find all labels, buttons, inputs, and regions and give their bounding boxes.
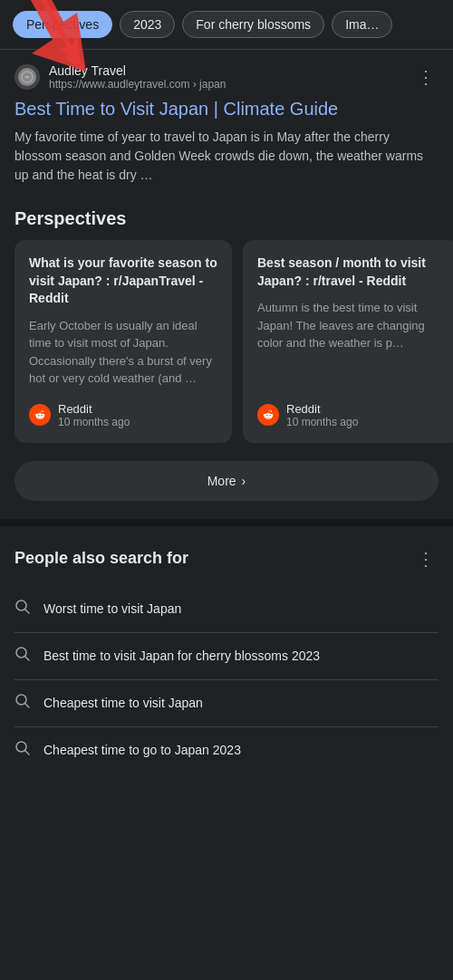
search-item-1[interactable]: Best time to visit Japan for cherry blos…	[14, 633, 439, 680]
more-btn-label: More	[207, 474, 236, 488]
perspectives-section: Perspectives What is your favorite seaso…	[0, 194, 453, 515]
search-item-2[interactable]: Cheapest time to visit Japan	[14, 680, 439, 727]
result-more-icon[interactable]: ⋮	[413, 62, 439, 91]
search-result: Audley Travel https://www.audleytravel.c…	[0, 50, 453, 194]
chip-cherry-blossoms[interactable]: For cherry blossoms	[182, 11, 324, 38]
card-source-name-1: Reddit	[286, 402, 358, 416]
svg-line-9	[25, 703, 30, 707]
svg-line-11	[25, 750, 30, 754]
svg-line-5	[25, 609, 30, 613]
search-icon-0	[14, 599, 31, 620]
source-name: Audley Travel	[49, 63, 226, 78]
source-url: https://www.audleytravel.com › japan	[49, 78, 226, 91]
section-divider	[0, 519, 453, 526]
favicon	[14, 64, 40, 90]
also-search-title: People also search for	[14, 549, 188, 568]
search-item-3[interactable]: Cheapest time to go to Japan 2023	[14, 727, 439, 773]
search-icon-1	[14, 646, 31, 667]
source-info: Audley Travel https://www.audleytravel.c…	[49, 63, 226, 91]
search-item-text-2: Cheapest time to visit Japan	[43, 696, 203, 710]
more-chevron-icon: ›	[242, 474, 246, 488]
chip-images[interactable]: Ima…	[332, 11, 392, 38]
result-title[interactable]: Best Time to Visit Japan | Climate Guide	[14, 97, 439, 120]
card-footer-0: Reddit 10 months ago	[29, 402, 217, 428]
search-item-text-0: Worst time to visit Japan	[43, 601, 181, 616]
search-item-text-3: Cheapest time to go to Japan 2023	[43, 743, 241, 757]
card-source-time-1: 10 months ago	[286, 416, 358, 428]
card-footer-1: Reddit 10 months ago	[257, 402, 446, 428]
also-search-header: People also search for ⋮	[14, 544, 439, 573]
search-icon-2	[14, 693, 31, 714]
reddit-icon-1	[257, 404, 279, 426]
svg-line-7	[25, 656, 30, 660]
perspective-card-0[interactable]: What is your favorite season to visit Ja…	[14, 240, 232, 443]
card-source-name-0: Reddit	[58, 402, 130, 416]
perspectives-header: Perspectives	[0, 194, 453, 240]
result-snippet: My favorite time of year to travel to Ja…	[14, 128, 439, 185]
chips-bar: Perspectives2023For cherry blossomsIma…	[0, 0, 453, 50]
perspectives-cards: What is your favorite season to visit Ja…	[0, 240, 453, 454]
card-snippet-0: Early October is usually an ideal time t…	[29, 317, 217, 388]
more-btn-container: More ›	[0, 454, 453, 515]
search-item-0[interactable]: Worst time to visit Japan	[14, 586, 439, 633]
favicon-inner	[18, 68, 36, 86]
also-search-more-icon[interactable]: ⋮	[413, 544, 439, 573]
also-search-section: People also search for ⋮ Worst time to v…	[0, 530, 453, 788]
result-source-row: Audley Travel https://www.audleytravel.c…	[14, 62, 439, 91]
card-source-info-0: Reddit 10 months ago	[58, 402, 130, 428]
perspective-card-1[interactable]: Best season / month to visit Japan? : r/…	[243, 240, 453, 443]
reddit-icon-0	[29, 404, 51, 426]
also-search-list: Worst time to visit Japan Best time to v…	[14, 586, 439, 773]
chip-2023[interactable]: 2023	[120, 11, 175, 38]
card-source-info-1: Reddit 10 months ago	[286, 402, 358, 428]
chip-perspectives[interactable]: Perspectives	[13, 11, 112, 38]
result-source-left: Audley Travel https://www.audleytravel.c…	[14, 63, 226, 91]
card-title-1: Best season / month to visit Japan? : r/…	[257, 255, 446, 290]
card-source-time-0: 10 months ago	[58, 416, 130, 428]
search-item-text-1: Best time to visit Japan for cherry blos…	[43, 649, 320, 663]
more-button[interactable]: More ›	[14, 461, 439, 501]
card-snippet-1: Autumn is the best time to visit Japan! …	[257, 299, 446, 352]
card-title-0: What is your favorite season to visit Ja…	[29, 255, 217, 308]
search-icon-3	[14, 740, 31, 761]
